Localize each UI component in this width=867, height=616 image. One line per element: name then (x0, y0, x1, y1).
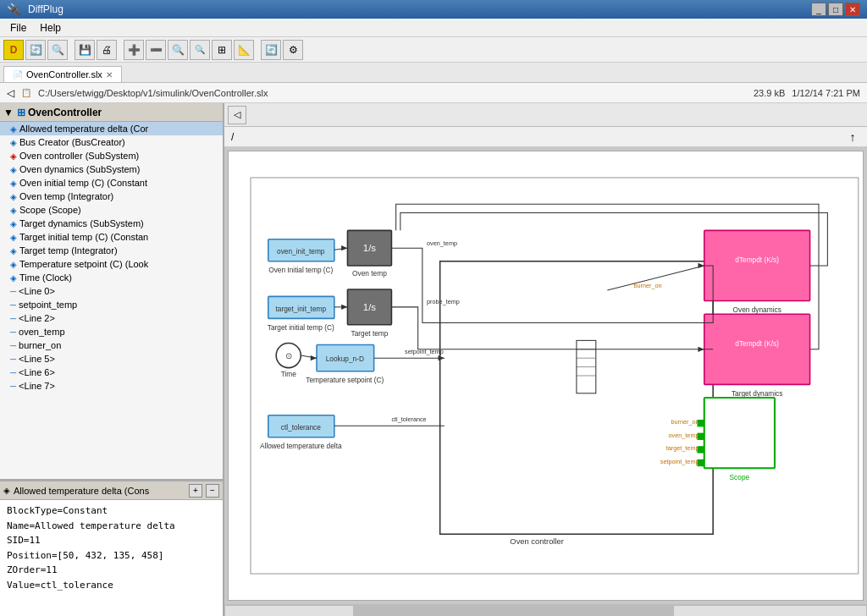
svg-text:Temperature setpoint (C): Temperature setpoint (C) (306, 376, 384, 384)
tree-item[interactable]: ─burner_on (0, 338, 223, 352)
maximize-button[interactable]: □ (828, 3, 843, 16)
tb-add-button[interactable]: ➕ (124, 40, 144, 60)
tb-zoom-out-button[interactable]: 🔍 (190, 40, 210, 60)
svg-text:oven_temp: oven_temp (427, 239, 457, 247)
app-title: DiffPlug (28, 3, 64, 15)
menu-file[interactable]: File (3, 20, 33, 36)
tree-item-label: Oven temp (Integrator) (19, 191, 113, 201)
tree-item[interactable]: ◈Bus Creator (BusCreator) (0, 135, 223, 149)
tb-zoom-in-button[interactable]: 🔍 (168, 40, 188, 60)
tree-item[interactable]: ─oven_temp (0, 325, 223, 338)
tab-close-button[interactable]: ✕ (106, 70, 113, 80)
tree-item[interactable]: ─<Line 0> (0, 284, 223, 298)
filepath-bar: ◁ 📋 C:/Users/etwigg/Desktop/v1/simulink/… (0, 83, 867, 103)
app-icon: 🔌 (7, 3, 21, 16)
scroll-area[interactable] (224, 605, 867, 617)
tree-item-label: Oven controller (SubSystem) (19, 151, 139, 161)
tree-item[interactable]: ◈Target dynamics (SubSystem) (0, 217, 223, 230)
tb-save-button[interactable]: 💾 (75, 40, 95, 60)
tree-item[interactable]: ◈Allowed temperature delta (Cor (0, 122, 223, 135)
tree-item[interactable]: ◈Temperature setpoint (C) (Look (0, 257, 223, 271)
tree-item[interactable]: ─<Line 7> (0, 379, 223, 393)
diagram-canvas[interactable]: Oven controller oven_init_temp Oven Init… (228, 151, 864, 601)
horizontal-scrollbar[interactable] (224, 604, 867, 616)
tb-refresh-button[interactable]: 🔄 (25, 40, 46, 60)
menu-help[interactable]: Help (33, 20, 68, 36)
tree-item[interactable]: ◈Oven temp (Integrator) (0, 190, 223, 203)
tb-settings-button[interactable]: ⚙ (283, 40, 303, 60)
minimize-button[interactable]: _ (811, 3, 826, 16)
file-path: C:/Users/etwigg/Desktop/v1/simulink/Oven… (38, 88, 747, 98)
tree-content[interactable]: ◈Allowed temperature delta (Cor◈Bus Crea… (0, 122, 223, 479)
tb-print-button[interactable]: 🖨 (97, 40, 117, 60)
close-button[interactable]: ✕ (845, 3, 860, 16)
tree-expand-icon: ▼ (3, 107, 14, 118)
tree-item-icon: ◈ (10, 179, 17, 188)
tb-fit-button[interactable]: ⊞ (212, 40, 232, 60)
diagram-tb-btn1[interactable]: ◁ (228, 106, 246, 124)
tree-item-label: Time (Clock) (19, 272, 72, 283)
tree-item[interactable]: ◈Oven initial temp (C) (Constant (0, 176, 223, 190)
svg-text:oven_temp: oven_temp (669, 432, 699, 439)
breadcrumb: / (231, 131, 234, 143)
tree-header: ▼ ⊞ OvenController (0, 103, 223, 122)
tree-item-label: Scope (Scope) (19, 205, 81, 215)
property-field: SID=11 (7, 533, 216, 548)
tb-open-button[interactable]: D (3, 40, 24, 60)
tree-item[interactable]: ◈Oven dynamics (SubSystem) (0, 162, 223, 176)
property-field: Position=[50, 432, 135, 458] (7, 548, 216, 564)
tree-item-label: Bus Creator (BusCreator) (19, 137, 125, 147)
tree-item[interactable]: ─<Line 6> (0, 366, 223, 379)
tree-item[interactable]: ─setpoint_temp (0, 298, 223, 311)
svg-text:Oven controller: Oven controller (510, 537, 563, 546)
tree-item-icon: ◈ (10, 138, 17, 147)
props-expand-button[interactable]: + (189, 484, 202, 498)
tree-item-icon: ─ (10, 300, 16, 310)
diagram-toolbar: ◁ (224, 103, 867, 127)
property-field: Value=ctl_tolerance (7, 578, 216, 593)
nav-icon: ◁ (7, 87, 14, 99)
svg-text:1/s: 1/s (363, 243, 377, 253)
tree-item-label: <Line 7> (19, 381, 55, 391)
up-icon[interactable]: ↑ (845, 129, 860, 145)
svg-rect-32 (704, 314, 810, 384)
props-collapse-button[interactable]: − (206, 484, 219, 498)
tree-item[interactable]: ─<Line 2> (0, 311, 223, 325)
tree-item[interactable]: ◈Scope (Scope) (0, 203, 223, 217)
tree-item[interactable]: ─<Line 5> (0, 352, 223, 366)
svg-text:1/s: 1/s (363, 302, 377, 312)
tb-grid-button[interactable]: 📐 (234, 40, 254, 60)
svg-text:probe_temp: probe_temp (427, 298, 460, 305)
tree-item[interactable]: ◈Target initial temp (C) (Constan (0, 230, 223, 244)
tabbar: 📄 OvenController.slx ✕ (0, 63, 867, 83)
tree-root-icon: ⊞ (17, 107, 25, 118)
svg-rect-44 (697, 459, 704, 466)
tree-item-label: <Line 2> (19, 313, 55, 323)
tb-reset-button[interactable]: 🔄 (261, 40, 281, 60)
svg-rect-41 (697, 420, 704, 426)
tree-item-label: oven_temp (19, 327, 64, 337)
properties-title: Allowed temperature delta (Cons (14, 486, 185, 496)
tree-item-label: Oven initial temp (C) (Constant (19, 178, 147, 188)
svg-text:oven_init_temp: oven_init_temp (277, 247, 325, 256)
svg-text:ctl_tolerance: ctl_tolerance (281, 423, 322, 432)
tree-item-label: burner_on (19, 340, 61, 350)
tree-item-icon: ◈ (10, 151, 17, 161)
tb-remove-button[interactable]: ➖ (146, 40, 166, 60)
tree-item[interactable]: ◈Target temp (Integrator) (0, 244, 223, 257)
tree-item[interactable]: ◈Time (Clock) (0, 271, 223, 284)
svg-text:setpoint_temp: setpoint_temp (660, 458, 699, 465)
properties-header: ◈ Allowed temperature delta (Cons + − (0, 481, 223, 500)
tb-search-button[interactable]: 🔍 (47, 40, 68, 60)
tree-item-icon: ◈ (10, 273, 17, 283)
tree-item-icon: ◈ (10, 246, 17, 256)
tree-item-label: Allowed temperature delta (Cor (19, 124, 148, 134)
svg-text:Target dynamics: Target dynamics (732, 389, 783, 398)
scroll-thumb[interactable] (353, 606, 674, 616)
tab-ovencontroller[interactable]: 📄 OvenController.slx ✕ (3, 66, 122, 82)
file-size: 23.9 kB (754, 88, 785, 98)
tree-item[interactable]: ◈Oven controller (SubSystem) (0, 149, 223, 162)
breadcrumb-bar: / ↑ (224, 127, 867, 147)
svg-text:⊙: ⊙ (285, 351, 292, 360)
svg-text:Oven temp: Oven temp (352, 269, 387, 278)
